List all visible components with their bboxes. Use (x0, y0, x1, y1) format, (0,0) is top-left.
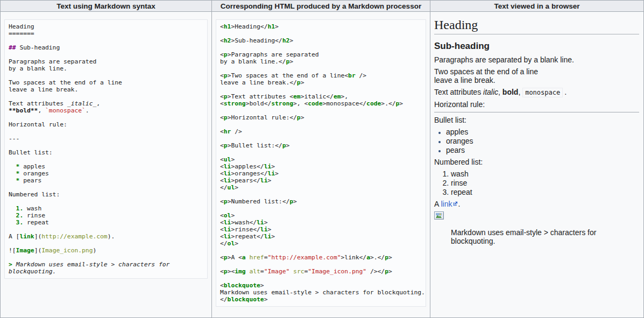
line-break-line-2: leave a line break. (434, 76, 496, 84)
code-line (9, 240, 203, 247)
code-line: Text attributes _italic_, (9, 100, 203, 107)
code-line (220, 44, 422, 51)
code-line: **bold**, `monospace`. (9, 107, 203, 114)
code-line: by a blank line. (9, 65, 203, 72)
html-output-code: <h1>Heading</h1> <h2>Sub-heading</h2> <p… (216, 19, 426, 307)
code-line: Paragraphs are separated (9, 58, 203, 65)
code-line: <li>apples</li> (220, 163, 422, 170)
code-line: <h2>Sub-heading</h2> (220, 37, 422, 44)
column-header-browser-view: Text viewed in a browser (430, 1, 643, 12)
code-line: Markdown uses email-style > characters f… (220, 289, 422, 296)
code-line (9, 184, 203, 191)
code-line: </ol> (220, 240, 422, 247)
column-header-html-output: Corresponding HTML produced by a Markdow… (211, 1, 430, 12)
horizontal-rule (434, 112, 639, 112)
code-line (9, 198, 203, 205)
code-line: leave a line break. (9, 86, 203, 93)
code-line (220, 86, 422, 93)
code-line (220, 30, 422, 37)
code-line (9, 254, 203, 261)
numbered-list-item: rinse (451, 179, 639, 187)
external-link-label: link (441, 200, 452, 208)
code-line: <li>wash</li> (220, 219, 422, 226)
code-line: <li>repeat</li> (220, 233, 422, 240)
bold-sample: bold (503, 88, 519, 96)
code-line (9, 156, 203, 163)
link-paragraph: A link. (434, 200, 639, 208)
code-line: <h1>Heading</h1> (220, 23, 422, 30)
preview-paragraph-text: Paragraphs are separated by a blank line… (434, 55, 574, 64)
code-line: --- (9, 135, 203, 142)
code-line: blockquoting. (9, 268, 203, 275)
code-line (9, 142, 203, 149)
code-line (220, 205, 422, 212)
blockquote: Markdown uses email-style > characters f… (451, 228, 639, 245)
bullet-list-item: oranges (446, 137, 639, 145)
code-line (9, 93, 203, 100)
code-line: > Markdown uses email-style > characters… (9, 261, 203, 268)
monospace-sample: monospace (522, 88, 563, 97)
code-line: <li>oranges</li> (220, 170, 422, 177)
external-link[interactable]: link (441, 200, 458, 208)
code-line: ## Sub-heading (9, 44, 203, 51)
code-line (220, 121, 422, 128)
code-line: <p>Bullet list:</p> (220, 142, 422, 149)
code-line: leave a line break.</p> (220, 79, 422, 86)
horizontal-rule-label: Horizontal rule: (434, 100, 639, 109)
numbered-list-item: wash (451, 169, 639, 178)
preview-paragraph-blank-line: Paragraphs are separated by a blank line… (434, 55, 639, 64)
code-line: <hr /> (220, 128, 422, 135)
code-line (220, 191, 422, 198)
code-line: <ol> (220, 212, 422, 219)
code-line: 3. repeat (9, 219, 203, 226)
column-header-markdown-syntax: Text using Markdown syntax (1, 1, 211, 12)
bullet-list-item: apples (446, 128, 639, 136)
bullet-list-item: pears (446, 146, 639, 154)
link-prefix: A (434, 200, 441, 208)
code-line: <blockquote> (220, 282, 422, 289)
attr-separator: , (518, 88, 522, 96)
code-line: <p>Text attributes <em>italic</em>, (220, 93, 422, 100)
attr-period: . (564, 88, 567, 96)
code-line: Heading (9, 23, 203, 30)
code-line: ![Image](Image_icon.png) (9, 247, 203, 254)
code-line (9, 226, 203, 233)
code-line: <p><img alt="Image" src="Image_icon.png"… (220, 268, 422, 275)
code-line (220, 107, 422, 114)
code-line: <strong>bold</strong>, <code>monospace</… (220, 100, 422, 107)
code-line: * oranges (9, 170, 203, 177)
code-line: * pears (9, 177, 203, 184)
code-line (220, 135, 422, 142)
code-line (220, 275, 422, 282)
code-line: ======= (9, 30, 203, 37)
code-line: 1. wash (9, 205, 203, 212)
markdown-comparison-table: Text using Markdown syntax Corresponding… (0, 0, 644, 318)
code-line (220, 149, 422, 156)
code-line: Horizontal rule: (9, 121, 203, 128)
code-line (220, 247, 422, 254)
code-line (220, 65, 422, 72)
preview-heading: Heading (434, 17, 639, 34)
code-line: by a blank line.</p> (220, 58, 422, 65)
code-line: Numbered list: (9, 191, 203, 198)
code-line: A [link](http://example.com). (9, 233, 203, 240)
code-line (9, 72, 203, 79)
italic-sample: italic (483, 88, 498, 96)
code-line: <ul> (220, 156, 422, 163)
link-period: . (458, 200, 460, 208)
bullet-list: apples oranges pears (434, 128, 639, 154)
code-line: Bullet list: (9, 149, 203, 156)
attr-prefix: Text attributes (434, 88, 483, 96)
preview-text-attributes: Text attributes italic, bold, monospace. (434, 88, 639, 97)
image-paragraph (434, 211, 639, 220)
html-output-cell: <h1>Heading</h1> <h2>Sub-heading</h2> <p… (211, 12, 430, 317)
code-line: <p>Numbered list:</p> (220, 198, 422, 205)
code-line: <li>pears</li> (220, 177, 422, 184)
numbered-list-label: Numbered list: (434, 158, 639, 166)
numbered-list: wash rinse repeat (434, 169, 639, 196)
code-line (9, 114, 203, 121)
numbered-list-item: repeat (451, 188, 639, 196)
code-line: * apples (9, 163, 203, 170)
code-line (9, 37, 203, 44)
browser-preview-pane: Heading Sub-heading Paragraphs are separ… (430, 12, 643, 317)
